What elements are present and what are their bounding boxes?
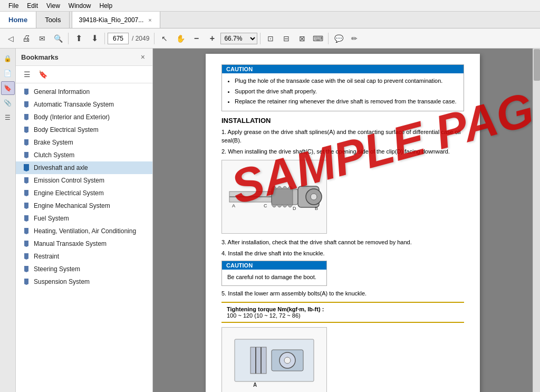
menu-window[interactable]: Window [64, 1, 95, 11]
sidebar-list-view-button[interactable]: ☰ [20, 68, 34, 81]
bookmark-icon [22, 214, 31, 223]
pan-tool-button[interactable]: ✋ [173, 31, 188, 46]
scroll-down-button[interactable]: ⬇ [87, 31, 102, 46]
separator-3 [154, 33, 155, 44]
diagram-svg-1: A C D B [224, 162, 324, 231]
sidebar-item[interactable]: Driveshaft and axle [16, 161, 152, 174]
sidebar-item[interactable]: Body (Interior and Exterior) [16, 111, 152, 123]
sidebar-item[interactable]: Steering System [16, 263, 152, 275]
toolbar: ◁ 🖨 ✉ 🔍 ⬆ ⬇ / 2049 ↖ ✋ − + 66.7% 50% 75%… [0, 28, 540, 49]
tab-home[interactable]: Home [0, 12, 36, 28]
sidebar-item-label: Emission Control System [34, 177, 104, 184]
menu-file[interactable]: File [4, 1, 23, 11]
sidebar-item[interactable]: Suspension System [16, 275, 152, 288]
diagram-svg-2: A [224, 329, 324, 392]
svg-text:A: A [232, 203, 235, 208]
sidebar-item[interactable]: Engine Mechanical System [16, 199, 152, 212]
sidebar-item[interactable]: Heating, Ventilation, Air Conditioning [16, 225, 152, 237]
sidebar-item[interactable]: General Information [16, 85, 152, 98]
sidebar-item[interactable]: Manual Transaxle System [16, 237, 152, 250]
caution-body-1: Plug the hole of the transaxle case with… [222, 73, 464, 111]
sidebar-item-label: Body Electrical System [34, 126, 99, 133]
zoom-in-button[interactable]: + [205, 31, 219, 46]
sidebar-item[interactable]: Clutch System [16, 149, 152, 161]
vertical-scrollbar[interactable] [533, 49, 540, 392]
tools-icon-button[interactable]: ⌨ [311, 31, 325, 46]
bookmark-icon [22, 126, 31, 134]
bookmark-icon [22, 278, 31, 286]
icon-page[interactable]: 📄 [1, 66, 15, 80]
sidebar-item[interactable]: Automatic Transaxle System [16, 98, 152, 111]
sidebar-item-label: Body (Interior and Exterior) [34, 113, 110, 121]
fit-page-button[interactable]: ⊡ [263, 31, 278, 46]
doc-step-3: 3. After installation, check that the dr… [221, 238, 464, 247]
svg-text:D: D [293, 206, 296, 211]
doc-step-2: 2. When installing the drive shaft(C), s… [221, 147, 464, 156]
menu-view[interactable]: View [42, 1, 64, 11]
icon-bookmark[interactable]: 🔖 [1, 81, 15, 95]
menu-edit[interactable]: Edit [23, 1, 42, 11]
fit-width-button[interactable]: ⊟ [279, 31, 294, 46]
sidebar-item-label: Automatic Transaxle System [34, 101, 114, 108]
sidebar-item-label: Driveshaft and axle [34, 164, 88, 171]
sidebar-item[interactable]: Fuel System [16, 212, 152, 225]
doc-viewer[interactable]: SAMPLE PAGE CAUTION Plug the hole of the… [153, 49, 533, 392]
sidebar-title: Bookmarks [21, 53, 59, 61]
sidebar-close-button[interactable]: × [139, 52, 147, 62]
caution-box-2: CAUTION Be careful not to damage the boo… [221, 261, 327, 286]
pen-button[interactable]: ✏ [347, 31, 362, 46]
sidebar-item-label: Suspension System [34, 278, 90, 285]
separator-5 [328, 33, 329, 44]
full-screen-button[interactable]: ⊠ [295, 31, 310, 46]
sidebar-item[interactable]: Emission Control System [16, 174, 152, 187]
bookmark-icon [22, 151, 31, 159]
tab-document[interactable]: 39418-Kia_Rio_2007... × [72, 12, 160, 28]
caution-line-2: Support the drive shaft properly. [235, 87, 458, 97]
bookmark-icon [22, 189, 31, 197]
page-number-input[interactable] [108, 33, 129, 44]
doc-step-5: 5. Install the lower arm assembly bolts(… [221, 289, 464, 298]
sidebar-item-label: Manual Transaxle System [34, 240, 107, 247]
caution-header-1: CAUTION [222, 65, 464, 73]
bookmark-icon [22, 88, 31, 96]
scroll-up-button[interactable]: ⬆ [71, 31, 86, 46]
bookmark-icon [22, 240, 31, 248]
svg-rect-11 [250, 347, 266, 374]
tab-tools[interactable]: Tools [36, 12, 70, 28]
svg-point-4 [311, 194, 317, 200]
cursor-tool-button[interactable]: ↖ [157, 31, 172, 46]
menu-help[interactable]: Help [95, 1, 117, 11]
sidebar-bookmark-add-button[interactable]: 🔖 [36, 68, 50, 81]
sidebar-item-label: General Information [34, 88, 90, 95]
caution-line-3: Replace the retainer ring whenever the d… [235, 97, 458, 107]
tab-close-button[interactable]: × [147, 16, 153, 24]
icon-lock[interactable]: 🔒 [1, 52, 15, 65]
bookmark-icon [22, 252, 31, 261]
caution-box-1: CAUTION Plug the hole of the transaxle c… [221, 64, 464, 111]
email-button[interactable]: ✉ [35, 31, 50, 46]
icon-paperclip[interactable]: 📎 [1, 96, 15, 110]
icon-layers[interactable]: ☰ [1, 111, 15, 125]
sidebar-item-label: Fuel System [34, 215, 69, 222]
zoom-out-button[interactable]: − [189, 31, 204, 46]
doc-step-4: 4. Install the drive shaft into the knuc… [221, 249, 464, 258]
zoom-select[interactable]: 66.7% 50% 75% 100% 125% 150% [220, 33, 257, 44]
caution-header-2: CAUTION [222, 261, 326, 270]
sidebar-item[interactable]: Engine Electrical System [16, 187, 152, 199]
search-button[interactable]: 🔍 [51, 31, 65, 46]
comment-button[interactable]: 💬 [331, 31, 346, 46]
sidebar-item[interactable]: Restraint [16, 250, 152, 263]
sidebar-item-label: Engine Mechanical System [34, 202, 110, 209]
bookmark-icon [22, 138, 31, 147]
bookmark-icon [22, 176, 31, 185]
svg-text:B: B [315, 206, 318, 211]
print-button[interactable]: 🖨 [19, 31, 34, 46]
scrollbar-thumb[interactable] [534, 49, 540, 81]
bookmark-icon [22, 100, 31, 109]
svg-text:A: A [253, 382, 257, 388]
sidebar-item-label: Engine Electrical System [34, 189, 104, 197]
sidebar-item[interactable]: Body Electrical System [16, 123, 152, 136]
sidebar-item-label: Clutch System [34, 151, 74, 159]
back-button[interactable]: ◁ [3, 31, 18, 46]
sidebar-item[interactable]: Brake System [16, 136, 152, 149]
